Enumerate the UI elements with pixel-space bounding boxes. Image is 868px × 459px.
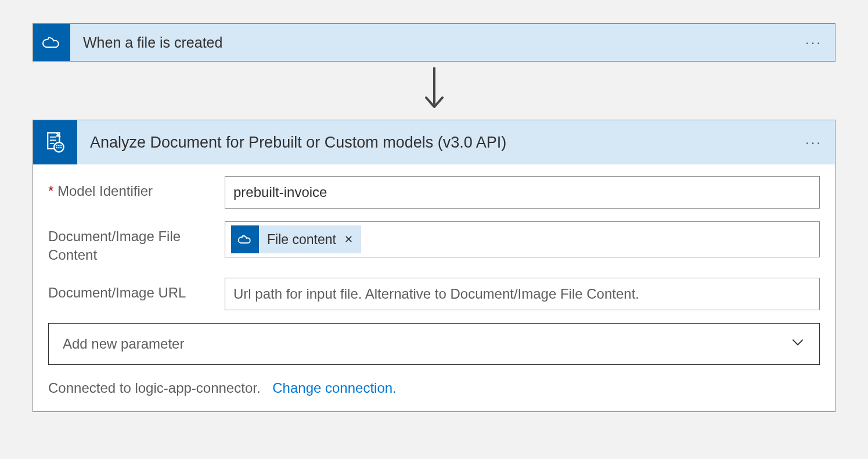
- action-card: Analyze Document for Prebuilt or Custom …: [33, 120, 835, 412]
- model-identifier-input[interactable]: [233, 184, 811, 200]
- field-url: Document/Image URL: [48, 278, 820, 310]
- action-header[interactable]: Analyze Document for Prebuilt or Custom …: [33, 120, 835, 164]
- trigger-more-button[interactable]: ···: [793, 35, 835, 49]
- svg-point-10: [58, 147, 59, 148]
- file-content-control[interactable]: File content ✕: [225, 221, 820, 257]
- svg-point-6: [56, 145, 57, 146]
- url-control[interactable]: [225, 278, 820, 310]
- model-identifier-control[interactable]: [225, 176, 820, 209]
- connection-info: Connected to logic-app-connector. Change…: [48, 380, 820, 396]
- change-connection-link[interactable]: Change connection.: [264, 380, 397, 396]
- url-input[interactable]: [233, 286, 811, 302]
- onedrive-icon: [33, 24, 70, 61]
- trigger-title: When a file is created: [70, 34, 793, 51]
- url-label: Document/Image URL: [48, 278, 225, 302]
- onedrive-icon: [231, 225, 259, 253]
- trigger-card[interactable]: When a file is created ···: [33, 23, 835, 62]
- action-title: Analyze Document for Prebuilt or Custom …: [77, 134, 793, 152]
- file-content-token[interactable]: File content ✕: [231, 225, 361, 253]
- flow-arrow: [33, 62, 835, 120]
- svg-point-7: [58, 145, 59, 146]
- token-remove-button[interactable]: ✕: [342, 233, 361, 246]
- field-model-identifier: * Model Identifier: [48, 176, 820, 209]
- svg-point-8: [60, 145, 62, 146]
- action-more-button[interactable]: ···: [793, 135, 835, 149]
- action-body: * Model Identifier Document/Image File C…: [33, 164, 835, 411]
- connection-text: Connected to logic-app-connector.: [48, 380, 261, 396]
- add-parameter-label: Add new parameter: [63, 336, 184, 352]
- svg-point-9: [56, 147, 57, 148]
- token-label: File content: [259, 232, 342, 248]
- svg-point-11: [60, 147, 62, 148]
- trigger-header[interactable]: When a file is created ···: [33, 24, 835, 61]
- field-file-content: Document/Image File Content File content…: [48, 221, 820, 265]
- form-recognizer-icon: [33, 120, 77, 164]
- file-content-label: Document/Image File Content: [48, 221, 225, 265]
- add-parameter-dropdown[interactable]: Add new parameter: [48, 323, 820, 365]
- chevron-down-icon: [790, 335, 805, 353]
- model-identifier-label: * Model Identifier: [48, 176, 225, 200]
